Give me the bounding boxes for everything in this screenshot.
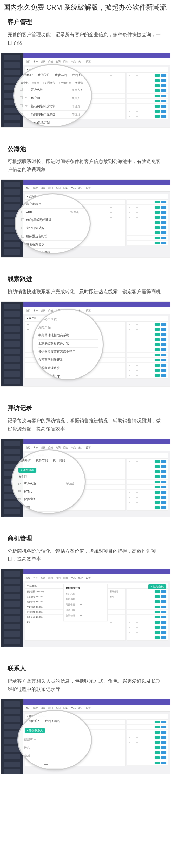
sidebar-item[interactable] [4,586,20,592]
action-badge[interactable] [161,506,166,509]
sidebar-item[interactable] [4,242,20,247]
action-badge[interactable] [161,726,166,728]
table-row[interactable]: 企业邮箱采购 [21,224,85,232]
action-badge[interactable] [161,328,166,331]
table-row[interactable]: —— [127,88,168,94]
table-row[interactable]: —— [127,500,168,505]
action-badge[interactable] [161,611,166,613]
nav-item[interactable]: 客户 [33,309,38,312]
sidebar-item[interactable] [4,701,20,707]
sidebar-item[interactable] [4,364,20,369]
sidebar-item[interactable] [4,319,20,324]
tab-subord[interactable]: 我的下属的 [45,719,60,723]
action-badge[interactable] [155,631,160,634]
action-badge[interactable] [161,636,166,639]
tab-active[interactable]: ● 客户中 [27,317,36,320]
action-badge[interactable] [155,110,160,113]
table-row[interactable]: —— [127,200,168,205]
label-all-deals[interactable]: 全部商机 [27,584,37,588]
table-row[interactable]: —— [127,94,168,99]
filter-time[interactable]: ○全部时间 [59,81,71,85]
table-row[interactable]: —— [127,353,168,358]
action-badge[interactable] [161,105,166,108]
action-badge[interactable] [161,721,166,723]
table-row[interactable]: 03策网网络订货系统管理员 [19,111,86,119]
nav-item[interactable]: 首页 [26,707,30,710]
action-badge[interactable] [161,731,166,734]
action-badge[interactable] [161,95,166,97]
table-row[interactable]: —— [127,725,168,730]
table-row[interactable]: —— [127,363,168,368]
table-row[interactable]: 19php后台 [17,495,80,503]
table-row[interactable]: —— [127,73,168,78]
nav-item[interactable]: 设置 [86,309,91,312]
table-row[interactable]: —— [127,620,168,625]
sidebar-item[interactable] [4,441,20,446]
action-badge[interactable] [155,201,160,203]
nav-item[interactable]: 产品 [71,576,76,579]
nav-item[interactable]: 首页 [26,187,30,190]
table-row[interactable]: —— [127,327,168,332]
action-badge[interactable] [161,226,166,229]
nav-item[interactable]: 客户 [33,60,38,63]
action-badge[interactable] [161,89,166,92]
action-badge[interactable] [161,338,166,341]
action-badge[interactable] [161,84,166,87]
nav-item[interactable]: 设置 [86,60,91,63]
action-badge[interactable] [155,721,160,723]
table-row[interactable]: —— [127,735,168,740]
nav-item[interactable]: 线索 [41,187,45,190]
sidebar-item[interactable] [4,709,20,714]
filter-coop[interactable]: ○协同参加 [43,81,55,85]
table-row[interactable]: —— [127,750,168,755]
sidebar-item[interactable] [4,123,20,128]
nav-item[interactable]: 商机 [48,309,53,312]
action-badge[interactable] [155,746,160,749]
action-badge[interactable] [155,333,160,336]
sidebar-item[interactable] [4,639,20,644]
sidebar-item[interactable] [4,55,20,60]
action-badge[interactable] [161,626,166,629]
action-badge[interactable] [155,590,160,593]
sidebar-item[interactable] [4,746,20,752]
filter-owner[interactable]: ○负责 [32,81,39,85]
action-badge[interactable] [161,460,166,463]
sidebar-item[interactable] [4,341,20,347]
action-badge[interactable] [161,369,166,372]
table-row[interactable]: —— [127,495,168,500]
table-row[interactable]: —— [127,83,168,88]
action-badge[interactable] [161,237,166,239]
table-row[interactable]: APP管理员 [21,209,85,216]
table-row[interactable]: —— [127,474,168,480]
action-badge[interactable] [155,726,160,728]
action-badge[interactable] [155,616,160,618]
sidebar-item[interactable] [4,334,20,339]
table-row[interactable]: —— [127,589,168,594]
table-row[interactable]: 01客户01负责人 [19,94,86,102]
nav-item[interactable]: 商机 [48,707,53,710]
table-row[interactable]: 服务器运营托管 [21,232,85,241]
table-row[interactable]: —— [127,760,168,766]
action-badge[interactable] [155,465,160,468]
table-row[interactable]: —— [127,210,168,215]
action-badge[interactable] [161,751,166,754]
table-row[interactable]: —— [127,236,168,241]
action-badge[interactable] [161,486,166,488]
sidebar-item[interactable] [4,616,20,622]
filter-all[interactable]: ★全部 [18,475,27,479]
action-badge[interactable] [161,481,166,483]
table-row[interactable]: 中美黄埔地相电商系统 [38,331,98,340]
sidebar-item[interactable] [4,516,20,517]
action-badge[interactable] [161,206,166,209]
action-badge[interactable] [155,79,160,82]
action-badge[interactable] [161,374,166,377]
table-row[interactable]: —— [127,358,168,363]
action-badge[interactable] [155,105,160,108]
table-row[interactable]: —— [127,755,168,760]
nav-item[interactable]: 统计 [78,576,83,579]
table-row[interactable]: H5响应式网站建设 [21,216,85,224]
nav-item[interactable]: 首页 [26,309,30,312]
action-badge[interactable] [155,606,160,608]
action-badge[interactable] [155,206,160,209]
action-badge[interactable] [155,237,160,239]
